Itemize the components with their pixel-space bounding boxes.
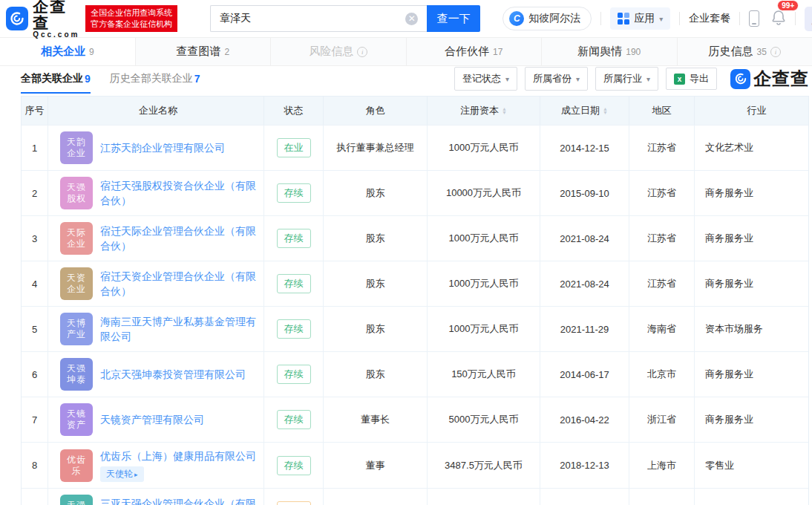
filter-buttons: 登记状态 ▾ 所属省份 ▾ 所属行业 ▾ x 导出 企查查 xyxy=(454,67,809,94)
apps-label: 应用 xyxy=(634,12,655,25)
status-badge: 存续 xyxy=(277,456,311,475)
tab-count: 2 xyxy=(224,47,229,57)
col-header-industry: 行业 xyxy=(695,97,808,125)
capital-cell: 1000万元人民币 xyxy=(428,126,540,170)
date-cell: 2014-06-17 xyxy=(540,352,629,397)
company-name-link[interactable]: 宿迁天资企业管理合伙企业（有限合伙） xyxy=(100,269,256,299)
chevron-down-icon: ▾ xyxy=(646,75,650,83)
company-name-link[interactable]: 海南三亚天博产业私募基金管理有限公司 xyxy=(100,314,256,344)
sort-icon[interactable]: ▲▼ xyxy=(603,107,608,114)
col-header-capital[interactable]: 注册资本 ▲▼ xyxy=(428,97,540,125)
tab-history-info[interactable]: 历史信息 35 i xyxy=(678,38,812,65)
table-row: 9 天强企业 三亚天强企业管理合伙企业（有限合伙） 注销 股东 10000万元人… xyxy=(22,488,808,505)
industry-cell: 商务服务业 xyxy=(695,216,808,261)
svip-badge[interactable]: ♛SVIP 会员服务 xyxy=(805,7,812,31)
top-nav: C 知彼阿尔法 应用 ▾ 企业套餐 99+ ♛SVIP 会员服务 xyxy=(502,3,812,34)
company-cell: 天韵企业 江苏天韵企业管理有限公司 xyxy=(48,126,264,170)
industry-cell: 商务服务业 xyxy=(695,171,808,215)
info-icon: i xyxy=(357,47,367,57)
tab-chacha-graph[interactable]: 查查图谱 2 xyxy=(136,38,272,65)
subtab-history-related[interactable]: 历史全部关联企业 7 xyxy=(110,66,200,94)
company-name-link[interactable]: 宿迁天强股权投资合伙企业（有限合伙） xyxy=(100,178,256,208)
capital-cell: 10000万元人民币 xyxy=(428,489,540,505)
capital-cell: 5000万元人民币 xyxy=(428,397,540,442)
company-cell: 天博产业 海南三亚天博产业私募基金管理有限公司 xyxy=(48,307,264,351)
subtab-all-related[interactable]: 全部关联企业 9 xyxy=(21,66,91,94)
search-button[interactable]: 查一下 xyxy=(427,5,480,32)
company-name-link[interactable]: 天镜资产管理有限公司 xyxy=(100,412,204,427)
search-input[interactable] xyxy=(210,5,427,32)
qcc-watermark-logo: 企查查 xyxy=(730,67,809,91)
company-cell: 天强股权 宿迁天强股权投资合伙企业（有限合伙） xyxy=(48,171,264,215)
company-cell: 优齿乐 优齿乐（上海）健康用品有限公司 天使轮▸ xyxy=(48,443,264,488)
clear-icon[interactable]: ✕ xyxy=(405,13,418,25)
capital-cell: 3487.5万元人民币 xyxy=(428,443,540,488)
role-cell: 董事 xyxy=(324,443,428,488)
company-avatar: 天镜资产 xyxy=(60,403,93,436)
row-index: 5 xyxy=(22,307,48,351)
tab-news[interactable]: 新闻舆情 190 xyxy=(542,38,678,65)
region-cell: 上海市 xyxy=(629,443,695,488)
col-header-name: 企业名称 xyxy=(48,97,264,125)
status-cell: 存续 xyxy=(264,216,324,261)
table-row: 4 天资企业 宿迁天资企业管理合伙企业（有限合伙） 存续 股东 1000万元人民… xyxy=(22,261,808,306)
company-name-link[interactable]: 三亚天强企业管理合伙企业（有限合伙） xyxy=(100,496,256,505)
zhibi-alpha-button[interactable]: C 知彼阿尔法 xyxy=(502,7,592,30)
tab-related-companies[interactable]: 相关企业 9 xyxy=(0,38,136,65)
tab-risk-info[interactable]: 风险信息 i xyxy=(271,38,407,65)
company-cell: 天资企业 宿迁天资企业管理合伙企业（有限合伙） xyxy=(48,261,264,306)
status-badge: 注销 xyxy=(277,501,311,505)
company-name-link[interactable]: 江苏天韵企业管理有限公司 xyxy=(100,140,225,155)
company-name-link[interactable]: 北京天强坤泰投资管理有限公司 xyxy=(100,367,246,382)
search-box: ✕ 查一下 xyxy=(210,5,480,32)
table-row: 8 优齿乐 优齿乐（上海）健康用品有限公司 天使轮▸ 存续 董事 3487.5万… xyxy=(22,442,808,488)
capital-cell: 1000万元人民币 xyxy=(428,216,540,261)
table-row: 7 天镜资产 天镜资产管理有限公司 存续 董事长 5000万元人民币 2016-… xyxy=(22,397,808,442)
col-header-date[interactable]: 成立日期 ▲▼ xyxy=(540,97,629,125)
industry-cell: 商务服务业 xyxy=(695,489,808,505)
apps-menu[interactable]: 应用 ▾ xyxy=(610,7,670,30)
capital-cell: 1000万元人民币 xyxy=(428,261,540,306)
funding-round-tag[interactable]: 天使轮▸ xyxy=(100,466,144,482)
status-badge: 在业 xyxy=(277,138,311,157)
zhibi-alpha-icon: C xyxy=(509,11,524,26)
chevron-down-icon: ▾ xyxy=(659,15,663,23)
filter-registration-status[interactable]: 登记状态 ▾ xyxy=(454,67,517,91)
status-cell: 存续 xyxy=(264,397,324,442)
tab-count: 17 xyxy=(493,47,502,57)
qcc-logo[interactable]: 企查查 Qcc.com xyxy=(6,0,81,39)
filter-industry[interactable]: 所属行业 ▾ xyxy=(595,67,658,91)
main-tabbar: 相关企业 9 查查图谱 2 风险信息 i 合作伙伴 17 新闻舆情 190 历史… xyxy=(0,37,812,66)
company-name-link[interactable]: 优齿乐（上海）健康用品有限公司 xyxy=(100,449,256,463)
sort-icon[interactable]: ▲▼ xyxy=(502,107,507,114)
grid-icon xyxy=(618,13,629,25)
industry-cell: 商务服务业 xyxy=(695,261,808,306)
status-badge: 存续 xyxy=(277,410,311,429)
tab-partners[interactable]: 合作伙伴 17 xyxy=(407,38,543,65)
company-cell: 天强企业 三亚天强企业管理合伙企业（有限合伙） xyxy=(48,489,264,505)
role-cell: 股东 xyxy=(324,216,428,261)
region-cell: 江苏省 xyxy=(629,171,695,215)
region-cell: 海南省 xyxy=(629,489,695,505)
export-button[interactable]: x 导出 xyxy=(666,68,717,90)
company-name-link[interactable]: 宿迁天际企业管理合伙企业（有限合伙） xyxy=(100,224,256,253)
capital-cell: 1000万元人民币 xyxy=(428,307,540,351)
notification-badge: 99+ xyxy=(777,0,799,11)
mobile-app-icon[interactable] xyxy=(749,10,759,27)
col-header-status: 状态 xyxy=(264,97,324,125)
region-cell: 江苏省 xyxy=(629,126,695,170)
company-cell: 天镜资产 天镜资产管理有限公司 xyxy=(48,397,264,442)
notifications-button[interactable]: 99+ xyxy=(771,9,786,28)
status-cell: 存续 xyxy=(264,307,324,351)
company-cell: 天际企业 宿迁天际企业管理合伙企业（有限合伙） xyxy=(48,216,264,261)
row-index: 2 xyxy=(22,171,48,215)
tab-label: 新闻舆情 xyxy=(577,45,622,59)
capital-cell: 10000万元人民币 xyxy=(428,171,540,215)
chevron-down-icon: ▾ xyxy=(576,75,580,83)
enterprise-package-link[interactable]: 企业套餐 xyxy=(689,12,730,25)
table-row: 5 天博产业 海南三亚天博产业私募基金管理有限公司 存续 股东 1000万元人民… xyxy=(22,306,808,351)
table-header: 序号 企业名称 状态 角色 注册资本 ▲▼ 成立日期 ▲▼ 地区 行业 xyxy=(22,97,808,125)
status-badge: 存续 xyxy=(277,365,311,384)
filter-province[interactable]: 所属省份 ▾ xyxy=(525,67,588,91)
tab-count: 190 xyxy=(626,47,641,57)
